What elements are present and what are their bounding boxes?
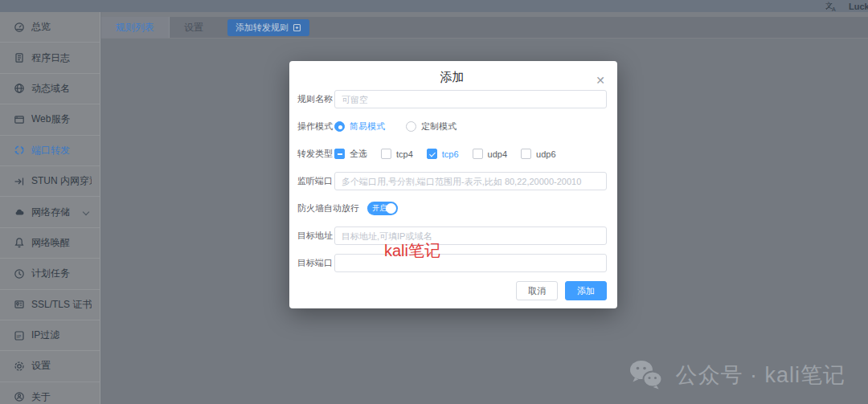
sidebar-item-label: 动态域名 [31, 82, 70, 96]
sidebar-item-ddns[interactable]: 动态域名 [0, 74, 100, 104]
sidebar-item-scheduled-tasks[interactable]: 计划任务 [0, 259, 100, 289]
confirm-add-button[interactable]: 添加 [565, 281, 607, 300]
checkbox-label: tcp4 [396, 149, 413, 159]
add-rule-modal: 添加 ✕ 规则名称 操作模式 简易模式 定制模式 转发类型 全选 tcp4 t [289, 61, 617, 308]
tab-bar: 规则列表 设置 添加转发规则 [101, 17, 868, 39]
target-port-input[interactable] [334, 254, 607, 272]
sidebar-item-label: 网络存储 [31, 206, 70, 219]
sidebar-item-label: 关于 [31, 390, 51, 404]
wechat-watermark-text: 公众号 · kali笔记 [675, 361, 845, 390]
rule-name-label: 规则名称 [297, 93, 334, 105]
checkbox-icon [334, 149, 345, 159]
checkbox-icon [473, 149, 483, 159]
sidebar-item-about[interactable]: 关于 [0, 382, 100, 404]
checkbox-label: tcp6 [442, 149, 459, 159]
listen-port-label: 监听端口 [297, 175, 334, 187]
dashboard-icon [13, 21, 25, 33]
sidebar-item-settings[interactable]: 设置 [0, 351, 100, 382]
sidebar-item-ip-filter[interactable]: IP IP过滤 [0, 320, 100, 351]
sidebar-item-program-logs[interactable]: 程序日志 [0, 43, 100, 73]
app-brand: Lucky [849, 2, 868, 11]
sidebar-item-port-forward[interactable]: 端口转发 [0, 136, 100, 166]
wechat-icon [628, 359, 665, 391]
firewall-row: 防火墙自动放行 开启 [297, 199, 607, 218]
bell-icon [13, 237, 25, 249]
certificate-icon [13, 299, 25, 311]
chevron-down-icon [83, 209, 89, 215]
toggle-on-label: 开启 [372, 203, 387, 214]
modal-header: 添加 ✕ [297, 67, 607, 84]
radio-icon [334, 121, 345, 132]
radio-custom-mode[interactable]: 定制模式 [406, 120, 457, 133]
tab-rule-list[interactable]: 规则列表 [101, 17, 170, 38]
target-port-label: 目标端口 [297, 257, 334, 269]
sidebar-item-label: 计划任务 [31, 267, 70, 280]
sidebar-item-overview[interactable]: 总览 [0, 12, 100, 43]
sidebar-item-label: STUN 内网穿透 [31, 174, 92, 188]
sidebar-item-label: SSL/TLS 证书 [31, 298, 92, 312]
circular-arrows-icon [13, 145, 25, 157]
target-address-input[interactable] [334, 226, 607, 245]
checkbox-icon [521, 149, 531, 159]
sidebar-item-label: 网络唤醒 [31, 236, 70, 250]
globe-icon [13, 83, 25, 95]
cancel-button[interactable]: 取消 [516, 281, 558, 300]
sidebar-item-wake-on-lan[interactable]: 网络唤醒 [0, 228, 100, 259]
listen-port-input[interactable] [334, 172, 607, 190]
gear-icon [13, 360, 25, 372]
firewall-toggle[interactable]: 开启 [367, 202, 398, 215]
forward-type-row: 转发类型 全选 tcp4 tcp6 udp4 udp6 [297, 145, 607, 163]
checkbox-label: udp6 [536, 149, 555, 159]
topbar: 文 A Lucky [0, 0, 868, 12]
checkbox-icon [381, 149, 391, 159]
listen-port-row: 监听端口 [297, 172, 607, 190]
modal-footer: 取消 添加 [297, 281, 607, 300]
modal-title: 添加 [297, 67, 607, 87]
penetrate-arrow-icon [13, 175, 25, 187]
about-person-icon [13, 391, 25, 403]
checkbox-tcp6[interactable]: tcp6 [427, 149, 459, 159]
checkbox-udp6[interactable]: udp6 [521, 149, 555, 159]
add-rule-button-label: 添加转发规则 [235, 22, 289, 34]
checkbox-udp4[interactable]: udp4 [473, 149, 507, 159]
sidebar-item-stun[interactable]: STUN 内网穿透 [0, 166, 100, 197]
cloud-icon [13, 206, 25, 218]
sidebar-item-label: 总览 [31, 20, 51, 34]
checkbox-tcp4[interactable]: tcp4 [381, 149, 413, 159]
ip-filter-icon: IP [13, 329, 25, 341]
rule-name-row: 规则名称 [297, 90, 607, 108]
sidebar: 总览 程序日志 动态域名 Web服务 [0, 12, 100, 404]
browser-window-icon [13, 113, 25, 125]
add-file-icon [293, 23, 301, 32]
checkbox-select-all[interactable]: 全选 [334, 148, 367, 160]
close-icon[interactable]: ✕ [596, 75, 605, 86]
tab-label: 规则列表 [116, 21, 154, 35]
log-document-icon [13, 52, 25, 64]
tab-settings[interactable]: 设置 [170, 17, 218, 38]
sidebar-item-web-service[interactable]: Web服务 [0, 104, 100, 135]
sidebar-item-label: Web服务 [31, 112, 70, 126]
firewall-label: 防火墙自动放行 [297, 202, 359, 214]
operation-mode-row: 操作模式 简易模式 定制模式 [297, 117, 607, 136]
sidebar-item-label: 程序日志 [31, 51, 70, 65]
target-port-row: 目标端口 [297, 254, 607, 272]
sidebar-item-network-storage[interactable]: 网络存储 [0, 197, 100, 227]
radio-icon [406, 121, 416, 132]
sidebar-item-label: 端口转发 [31, 144, 70, 157]
target-address-row: 目标地址 [297, 226, 607, 245]
rule-name-input[interactable] [334, 90, 607, 108]
translate-icon[interactable]: 文 A [825, 1, 837, 11]
sidebar-item-label: IP过滤 [31, 329, 59, 342]
radio-simple-mode[interactable]: 简易模式 [334, 120, 385, 133]
radio-label: 简易模式 [350, 120, 385, 133]
add-forward-rule-button[interactable]: 添加转发规则 [227, 19, 309, 36]
checkbox-label: 全选 [350, 148, 367, 160]
checkbox-icon [427, 149, 437, 159]
sidebar-item-label: 设置 [31, 359, 51, 373]
toggle-knob [386, 203, 396, 214]
svg-text:A: A [832, 6, 836, 11]
wechat-watermark: 公众号 · kali笔记 [628, 359, 845, 391]
forward-type-label: 转发类型 [297, 148, 334, 160]
tab-label: 设置 [184, 21, 203, 35]
sidebar-item-ssl-cert[interactable]: SSL/TLS 证书 [0, 290, 100, 320]
